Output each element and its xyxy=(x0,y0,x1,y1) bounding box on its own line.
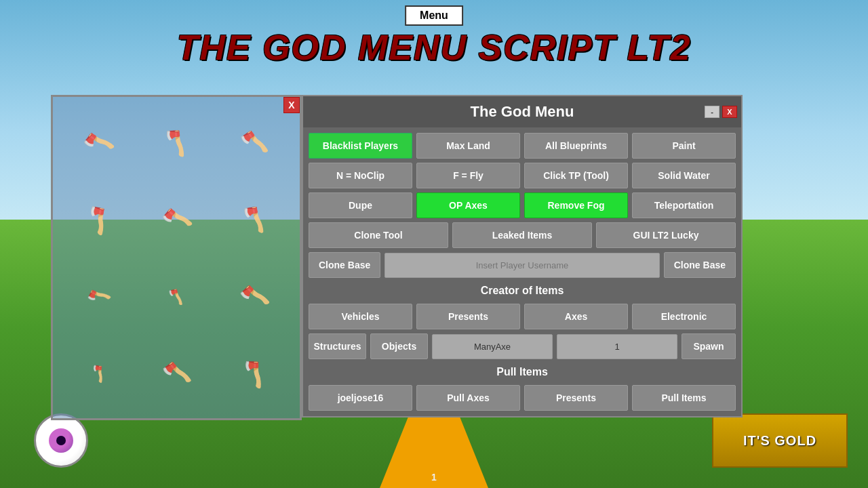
axe-7: 🪓 xyxy=(85,282,113,310)
presents-btn[interactable]: Presents xyxy=(416,304,520,329)
gold-sign: IT'S GOLD xyxy=(712,413,848,468)
clone-base-label: Clone Base xyxy=(309,252,380,278)
solid-water-btn[interactable]: Solid Water xyxy=(632,163,736,188)
axe-1: 🪓 xyxy=(81,124,117,160)
window-controls: - X xyxy=(705,106,737,118)
axes-btn[interactable]: Axes xyxy=(524,304,628,329)
axe-10: 🪓 xyxy=(87,362,111,384)
axe-11: 🪓 xyxy=(160,357,193,389)
axe-3: 🪓 xyxy=(239,127,270,157)
axe-2: 🪓 xyxy=(159,125,194,159)
op-axes-btn[interactable]: OP Axes xyxy=(416,192,520,218)
page-title: THE GOD MENU SCRIPT LT2 xyxy=(0,27,868,68)
button-row-2: N = NoClip F = Fly Click TP (Tool) Solid… xyxy=(309,163,736,188)
axe-4: 🪓 xyxy=(80,201,117,237)
dupe-btn[interactable]: Dupe xyxy=(309,192,412,218)
pull-items-btn[interactable]: Pull Items xyxy=(632,385,736,411)
axe-6: 🪓 xyxy=(237,203,270,235)
creator-of-items-header: Creator of Items xyxy=(309,282,736,300)
pull-items-header: Pull Items xyxy=(309,363,736,381)
page-number: 1 xyxy=(431,472,437,483)
menu-panel: The God Menu - X Blacklist Players Max L… xyxy=(302,95,743,418)
axe-9: 🪓 xyxy=(237,279,271,312)
gui-lt2-lucky-btn[interactable]: GUI LT2 Lucky xyxy=(596,222,736,248)
close-game-panel-button[interactable]: X xyxy=(283,97,300,113)
pupil-center xyxy=(56,436,66,445)
clone-base-button[interactable]: Clone Base xyxy=(664,252,736,278)
blacklist-players-btn[interactable]: Blacklist Players xyxy=(309,133,412,159)
paint-btn[interactable]: Paint xyxy=(632,133,736,159)
minimize-button[interactable]: - xyxy=(705,106,719,118)
quantity-input[interactable] xyxy=(557,334,677,359)
teleportation-btn[interactable]: Teleportation xyxy=(632,192,736,218)
creator-row-2: Structures Objects Spawn xyxy=(309,333,736,359)
max-land-btn[interactable]: Max Land xyxy=(416,133,520,159)
button-row-4: Clone Tool Leaked Items GUI LT2 Lucky xyxy=(309,222,736,248)
vehicles-btn[interactable]: Vehicles xyxy=(309,304,412,329)
axe-8: 🪓 xyxy=(167,287,186,306)
axe-12: 🪓 xyxy=(237,356,272,390)
menu-top-button[interactable]: Menu xyxy=(405,5,463,26)
menu-title-bar: The God Menu - X xyxy=(303,96,741,127)
spawn-button[interactable]: Spawn xyxy=(682,333,736,359)
player-username-input[interactable] xyxy=(384,253,660,278)
presents-pull-btn[interactable]: Presents xyxy=(524,385,628,411)
many-axe-input[interactable] xyxy=(432,334,553,359)
player-label-btn[interactable]: joeljose16 xyxy=(309,385,412,411)
clone-tool-btn[interactable]: Clone Tool xyxy=(309,222,448,248)
fly-btn[interactable]: F = Fly xyxy=(416,163,520,188)
axe-5: 🪓 xyxy=(159,202,194,237)
clone-base-row: Clone Base Clone Base xyxy=(309,252,736,278)
close-button[interactable]: X xyxy=(722,106,737,118)
game-panel: X 🪓 🪓 🪓 🪓 🪓 🪓 🪓 🪓 🪓 🪓 🪓 🪓 xyxy=(51,95,302,420)
pupil xyxy=(49,428,73,453)
click-tp-btn[interactable]: Click TP (Tool) xyxy=(524,163,628,188)
electronic-btn[interactable]: Electronic xyxy=(632,304,736,329)
leaked-items-btn[interactable]: Leaked Items xyxy=(452,222,592,248)
objects-btn[interactable]: Objects xyxy=(370,333,428,359)
menu-body: Blacklist Players Max Land All Blueprint… xyxy=(303,127,741,416)
axes-grid: 🪓 🪓 🪓 🪓 🪓 🪓 🪓 🪓 🪓 🪓 🪓 🪓 xyxy=(53,97,300,418)
structures-btn[interactable]: Structures xyxy=(309,333,366,359)
gold-sign-text: IT'S GOLD xyxy=(743,433,816,449)
eyeball-decoration xyxy=(34,413,88,468)
menu-title: The God Menu xyxy=(471,103,574,120)
pull-items-row: joeljose16 Pull Axes Presents Pull Items xyxy=(309,385,736,411)
all-blueprints-btn[interactable]: All Blueprints xyxy=(524,133,628,159)
remove-fog-btn[interactable]: Remove Fog xyxy=(524,192,628,218)
button-row-1: Blacklist Players Max Land All Blueprint… xyxy=(309,133,736,159)
noclip-btn[interactable]: N = NoClip xyxy=(309,163,412,188)
creator-row-1: Vehicles Presents Axes Electronic xyxy=(309,304,736,329)
button-row-3: Dupe OP Axes Remove Fog Teleportation xyxy=(309,192,736,218)
pull-axes-btn[interactable]: Pull Axes xyxy=(416,385,520,411)
